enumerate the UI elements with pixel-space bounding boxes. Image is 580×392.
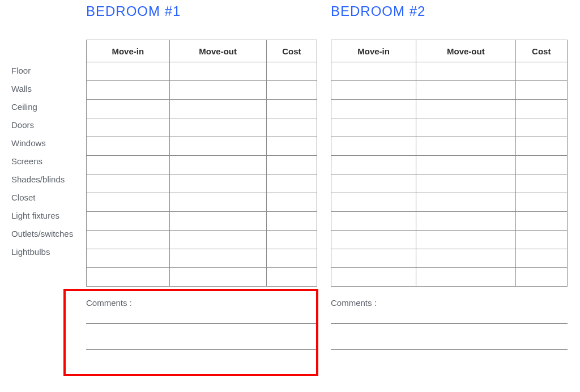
table-cell[interactable]	[266, 174, 317, 193]
table-cell[interactable]	[169, 118, 266, 137]
table-cell[interactable]	[331, 231, 416, 249]
table-cell[interactable]	[416, 137, 515, 156]
row-label: Screens	[11, 152, 86, 170]
table-cell[interactable]	[87, 268, 170, 287]
table-cell[interactable]	[169, 193, 266, 212]
table-cell[interactable]	[331, 174, 416, 193]
table-row	[331, 62, 568, 81]
table-cell[interactable]	[169, 231, 266, 249]
table-cell[interactable]	[515, 193, 567, 212]
row-label: Light fixtures	[11, 206, 86, 224]
table-cell[interactable]	[515, 81, 567, 100]
table-cell[interactable]	[87, 81, 170, 100]
table-cell[interactable]	[169, 174, 266, 193]
comment-line[interactable]	[331, 349, 568, 350]
table-cell[interactable]	[87, 193, 170, 212]
section-title: BEDROOM #2	[331, 3, 569, 19]
table-cell[interactable]	[416, 249, 515, 268]
table-area: Move-inMove-outCost	[331, 40, 569, 287]
table-cell[interactable]	[266, 62, 317, 81]
table-row	[331, 249, 568, 268]
table-cell[interactable]	[87, 249, 170, 268]
row-label: Closet	[11, 188, 86, 206]
table-cell[interactable]	[169, 249, 266, 268]
table-cell[interactable]	[331, 249, 416, 268]
table-cell[interactable]	[416, 268, 515, 287]
table-cell[interactable]	[416, 118, 515, 137]
table-row	[87, 81, 317, 100]
table-cell[interactable]	[331, 156, 416, 174]
table-cell[interactable]	[331, 137, 416, 156]
table-cell[interactable]	[266, 100, 317, 118]
table-cell[interactable]	[416, 156, 515, 174]
table-cell[interactable]	[87, 100, 170, 118]
comments-label: Comments :	[331, 298, 568, 308]
table-cell[interactable]	[515, 100, 567, 118]
table-cell[interactable]	[331, 193, 416, 212]
column-header: Cost	[266, 40, 317, 62]
table-row	[331, 174, 568, 193]
table-row	[331, 193, 568, 212]
table-cell[interactable]	[416, 212, 515, 231]
table-cell[interactable]	[515, 62, 567, 81]
table-cell[interactable]	[266, 118, 317, 137]
table-cell[interactable]	[266, 81, 317, 100]
row-label: Floor	[11, 61, 86, 79]
table-cell[interactable]	[87, 118, 170, 137]
table-cell[interactable]	[416, 231, 515, 249]
table-cell[interactable]	[266, 249, 317, 268]
table-cell[interactable]	[169, 137, 266, 156]
comment-line[interactable]	[331, 323, 568, 324]
table-cell[interactable]	[331, 268, 416, 287]
table-row	[87, 193, 317, 212]
table-cell[interactable]	[331, 212, 416, 231]
table-cell[interactable]	[266, 193, 317, 212]
table-row	[331, 156, 568, 174]
column-header: Move-in	[87, 40, 170, 62]
table-cell[interactable]	[416, 81, 515, 100]
table-cell[interactable]	[169, 62, 266, 81]
table-row	[87, 137, 317, 156]
table-cell[interactable]	[331, 62, 416, 81]
row-label: Shades/blinds	[11, 170, 86, 188]
comment-line[interactable]	[86, 349, 317, 350]
table-cell[interactable]	[416, 100, 515, 118]
table-cell[interactable]	[331, 100, 416, 118]
checklist-table: Move-inMove-outCost	[86, 40, 317, 287]
table-cell[interactable]	[515, 231, 567, 249]
table-cell[interactable]	[87, 137, 170, 156]
table-cell[interactable]	[515, 118, 567, 137]
table-cell[interactable]	[266, 212, 317, 231]
table-cell[interactable]	[515, 174, 567, 193]
table-cell[interactable]	[169, 81, 266, 100]
comment-line[interactable]	[86, 323, 317, 324]
table-cell[interactable]	[169, 156, 266, 174]
table-cell[interactable]	[515, 156, 567, 174]
checklist-table: Move-inMove-outCost	[331, 40, 568, 287]
table-cell[interactable]	[169, 100, 266, 118]
table-cell[interactable]	[331, 81, 416, 100]
table-cell[interactable]	[87, 174, 170, 193]
table-cell[interactable]	[87, 156, 170, 174]
table-cell[interactable]	[416, 62, 515, 81]
table-cell[interactable]	[87, 62, 170, 81]
table-cell[interactable]	[169, 268, 266, 287]
table-cell[interactable]	[515, 137, 567, 156]
table-row	[87, 118, 317, 137]
table-cell[interactable]	[87, 212, 170, 231]
table-cell[interactable]	[266, 231, 317, 249]
table-cell[interactable]	[416, 193, 515, 212]
table-cell[interactable]	[169, 212, 266, 231]
table-cell[interactable]	[331, 118, 416, 137]
table-cell[interactable]	[515, 212, 567, 231]
table-cell[interactable]	[416, 174, 515, 193]
table-cell[interactable]	[515, 249, 567, 268]
table-cell[interactable]	[266, 137, 317, 156]
table-cell[interactable]	[87, 231, 170, 249]
table-row	[87, 249, 317, 268]
row-label: Lightbulbs	[11, 242, 86, 261]
table-cell[interactable]	[266, 268, 317, 287]
table-row	[331, 100, 568, 118]
table-cell[interactable]	[266, 156, 317, 174]
table-cell[interactable]	[515, 268, 567, 287]
